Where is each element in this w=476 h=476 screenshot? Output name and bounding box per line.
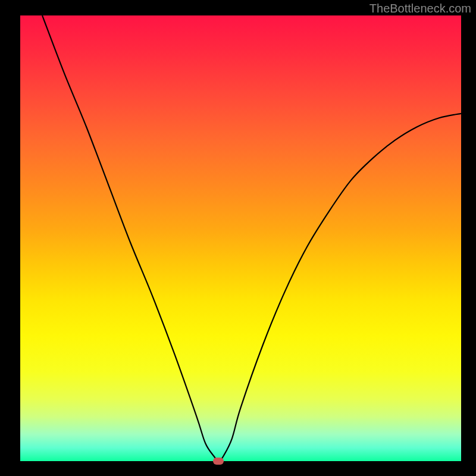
chart-plot-area: [20, 15, 461, 461]
bottleneck-curve: [20, 15, 461, 461]
watermark-text: TheBottleneck.com: [369, 2, 471, 15]
optimal-point-marker: [213, 458, 224, 465]
